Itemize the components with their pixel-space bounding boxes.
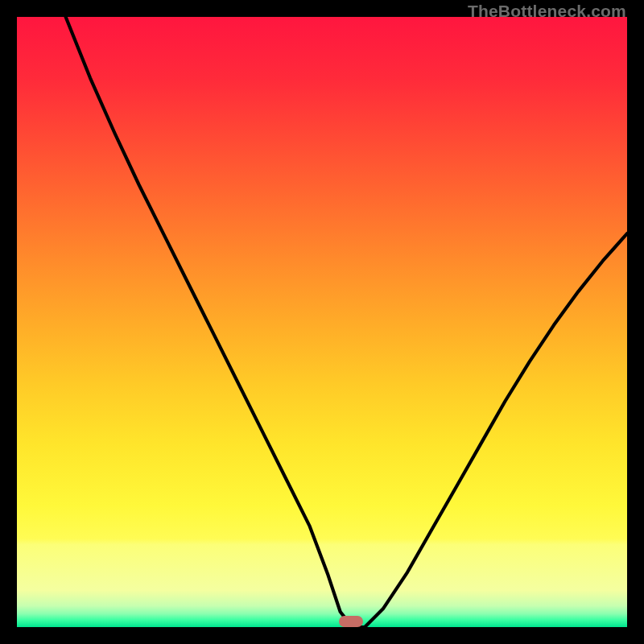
chart-frame <box>17 17 627 627</box>
bottleneck-curve <box>17 17 627 627</box>
optimal-marker <box>339 616 363 627</box>
curve-path <box>66 17 627 627</box>
